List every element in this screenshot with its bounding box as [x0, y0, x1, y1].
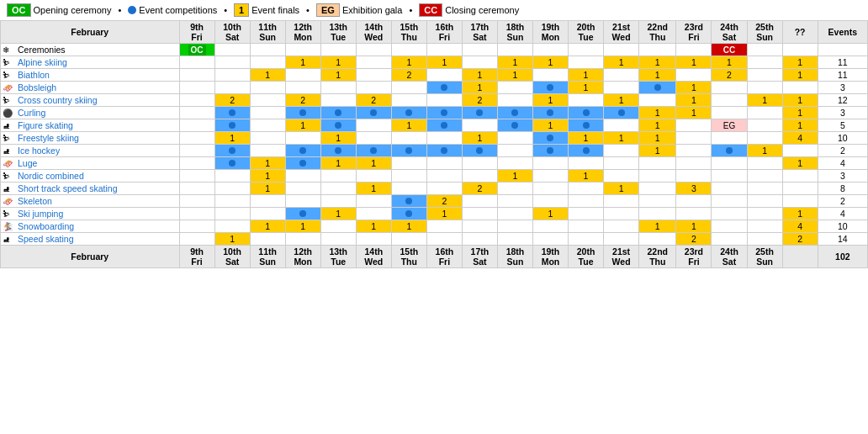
events-total-cell: 12: [818, 94, 867, 107]
events-total-cell: 4: [818, 208, 867, 220]
schedule-cell: 3: [676, 183, 712, 195]
schedule-cell: 1: [639, 145, 676, 157]
sport-link[interactable]: Ski jumping: [18, 209, 63, 219]
footer-23rd: 23rdFri: [676, 246, 712, 268]
schedule-cell: [604, 44, 639, 56]
schedule-cell: [604, 107, 639, 119]
header-events: Events: [818, 21, 867, 44]
sport-link[interactable]: Freestyle skiing: [18, 133, 79, 143]
footer-9th: 9thFri: [179, 246, 214, 268]
schedule-cell: 1: [214, 132, 250, 145]
schedule-cell: [462, 44, 497, 56]
schedule-cell: [604, 119, 639, 132]
footer-24th: 24thSat: [712, 246, 747, 268]
schedule-cell: 1: [604, 132, 639, 145]
sport-link[interactable]: Bobsleigh: [18, 82, 56, 93]
schedule-cell: [250, 145, 285, 157]
schedule-cell: [676, 69, 712, 82]
schedule-cell: [462, 56, 497, 69]
schedule-cell: [250, 132, 285, 145]
sport-link[interactable]: Speed skating: [18, 234, 74, 244]
schedule-cell: [639, 208, 676, 220]
schedule-cell: 1: [285, 220, 320, 233]
schedule-cell: [532, 107, 568, 119]
legend-oc: OC Opening ceremony: [7, 3, 111, 17]
sport-link[interactable]: Skeleton: [18, 196, 52, 206]
schedule-cell: [250, 82, 285, 94]
footer-total: 102: [818, 246, 867, 268]
question-cell: 2: [782, 233, 818, 246]
events-total-cell: 3: [818, 170, 867, 183]
schedule-cell: 1: [497, 69, 532, 82]
schedule-cell: [250, 208, 285, 220]
sport-link[interactable]: Biathlon: [18, 70, 50, 80]
schedule-cell: [747, 183, 782, 195]
competition-dot: [335, 109, 341, 116]
sport-name-cell: 🛷Luge: [1, 157, 180, 170]
schedule-cell: CC: [712, 44, 747, 56]
competition-dot: [299, 109, 306, 116]
sport-name-cell: ⛷Freestyle skiing: [1, 132, 180, 145]
sport-link[interactable]: Luge: [18, 158, 37, 168]
schedule-cell: [676, 170, 712, 183]
schedule-cell: 1: [676, 107, 712, 119]
sport-link[interactable]: Curling: [18, 108, 45, 118]
sport-link[interactable]: Ceremonies: [18, 45, 66, 55]
schedule-cell: [320, 145, 356, 157]
schedule-cell: 1: [639, 56, 676, 69]
schedule-cell: [676, 208, 712, 220]
sport-link[interactable]: Nordic combined: [18, 171, 84, 181]
schedule-cell: 1: [462, 69, 497, 82]
schedule-cell: [250, 119, 285, 132]
schedule-cell: [747, 208, 782, 220]
footer-14th: 14thWed: [356, 246, 391, 268]
schedule-cell: 1: [639, 69, 676, 82]
competition-dot: [547, 147, 553, 154]
sport-link[interactable]: Ice hockey: [18, 146, 60, 156]
sport-link[interactable]: Figure skating: [18, 120, 73, 130]
schedule-cell: [426, 44, 462, 56]
schedule-cell: [604, 233, 639, 246]
header-question: ??: [782, 21, 818, 44]
schedule-cell: [320, 107, 356, 119]
events-total-cell: 14: [818, 233, 867, 246]
schedule-cell: 1: [285, 119, 320, 132]
schedule-cell: [179, 220, 214, 233]
schedule-cell: [320, 44, 356, 56]
schedule-cell: [462, 157, 497, 170]
schedule-cell: 1: [250, 157, 285, 170]
schedule-cell: [285, 82, 320, 94]
schedule-cell: [462, 107, 497, 119]
schedule-cell: [391, 233, 426, 246]
schedule-cell: [391, 145, 426, 157]
schedule-cell: [250, 195, 285, 208]
schedule-cell: [356, 233, 391, 246]
sport-link[interactable]: Snowboarding: [18, 221, 74, 231]
header-13th: 13thTue: [320, 21, 356, 44]
header-row: February 9thFri 10thSat 11thSun 12thMon …: [1, 21, 868, 44]
competition-dot: [476, 147, 483, 154]
sport-link[interactable]: Short track speed skating: [18, 183, 117, 193]
schedule-cell: [179, 107, 214, 119]
schedule-cell: [179, 56, 214, 69]
question-cell: 1: [782, 208, 818, 220]
question-cell: [782, 183, 818, 195]
header-february: February: [1, 21, 180, 44]
events-total-cell: 3: [818, 107, 867, 119]
schedule-cell: [250, 233, 285, 246]
sport-link[interactable]: Alpine skiing: [18, 57, 67, 67]
schedule-cell: [532, 170, 568, 183]
table-row: ⛷Cross country skiing22221111112: [1, 94, 868, 107]
schedule-cell: 2: [214, 94, 250, 107]
schedule-cell: [426, 119, 462, 132]
schedule-cell: 1: [532, 119, 568, 132]
header-19th: 19thMon: [532, 21, 568, 44]
schedule-cell: [639, 195, 676, 208]
schedule-cell: 1: [569, 82, 604, 94]
competition-dot: [335, 147, 341, 154]
schedule-cell: [320, 170, 356, 183]
sport-link[interactable]: Cross country skiing: [18, 95, 98, 105]
sport-name-cell: ⛸Ice hockey: [1, 145, 180, 157]
schedule-cell: [676, 132, 712, 145]
schedule-cell: [497, 145, 532, 157]
